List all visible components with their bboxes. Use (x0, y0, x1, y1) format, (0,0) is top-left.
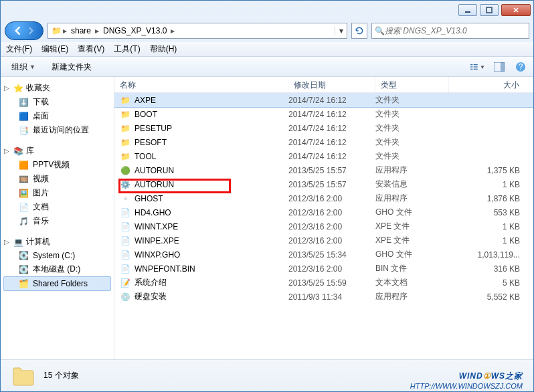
favorites-header[interactable]: ▷⭐收藏夹 (3, 81, 111, 95)
file-type: 安装信息 (375, 179, 449, 190)
file-icon: 📄 (120, 235, 130, 246)
menu-view[interactable]: 查看(V) (78, 43, 104, 55)
new-folder-button[interactable]: 新建文件夹 (46, 60, 97, 75)
file-date: 2014/7/24 16:12 (288, 138, 375, 147)
close-button[interactable] (501, 4, 531, 16)
preview-pane-button[interactable] (492, 60, 507, 74)
file-date: 2014/7/24 16:12 (288, 152, 375, 161)
file-name: HD4.GHO (135, 208, 171, 217)
file-row[interactable]: 📄WINPE.XPE2012/3/16 2:00XPE 文件1 KB (114, 233, 533, 248)
file-type: XPE 文件 (375, 221, 449, 232)
sidebar-item[interactable]: 🟧PPTV视频 (3, 158, 111, 172)
file-size: 1,876 KB (449, 194, 533, 203)
file-row[interactable]: 📁PESETUP2014/7/24 16:12文件夹 (114, 121, 533, 135)
file-row[interactable]: 📄WINXP.GHO2013/5/25 15:34GHO 文件1,013,119… (114, 248, 533, 262)
sidebar-item[interactable]: ⬇️下载 (3, 95, 111, 109)
back-arrow-icon (14, 26, 23, 35)
sidebar-item[interactable]: 📄文档 (3, 200, 111, 214)
file-name: GHOST (135, 194, 163, 203)
file-type: 文件夹 (375, 136, 449, 148)
sidebar-item-label: Shared Folders (33, 279, 88, 288)
maximize-button[interactable] (480, 4, 499, 16)
help-button[interactable]: ? (513, 60, 528, 74)
nav-back-forward[interactable] (5, 21, 43, 40)
menu-file[interactable]: 文件(F) (6, 43, 32, 55)
search-box[interactable]: 🔍 (371, 23, 529, 39)
file-type: XPE 文件 (375, 235, 449, 246)
nav-pane: ▷⭐收藏夹 ⬇️下载🟦桌面📑最近访问的位置 ▷📚库 🟧PPTV视频🎞️视频🖼️图… (1, 77, 114, 359)
file-icon: 📄 (120, 221, 130, 232)
folder-icon: 📁 (120, 95, 130, 106)
file-size: 1 KB (449, 222, 533, 231)
folder-icon: 📁 (51, 25, 62, 36)
nav-row: 📁 ▸ share ▸ DNGS_XP_V13.0 ▸ ▾ 🔍 (1, 19, 533, 42)
col-name[interactable]: 名称 (114, 77, 288, 92)
netfolder-icon: 🗂️ (18, 278, 29, 289)
app-green-icon: 🟢 (120, 165, 130, 176)
file-row[interactable]: 📄HD4.GHO2012/3/16 2:00GHO 文件553 KB (114, 205, 533, 219)
sidebar-item[interactable]: 💽System (C:) (3, 249, 111, 262)
file-row[interactable]: 📄WINNT.XPE2012/3/16 2:00XPE 文件1 KB (114, 219, 533, 233)
breadcrumb-item[interactable]: DNGS_XP_V13.0 (100, 26, 169, 35)
sidebar-item-label: System (C:) (33, 251, 75, 260)
col-size[interactable]: 大小 (449, 77, 533, 92)
file-row[interactable]: 📁AXPE2014/7/24 16:12文件夹 (114, 93, 533, 107)
menu-tools[interactable]: 工具(T) (114, 43, 140, 55)
address-bar[interactable]: 📁 ▸ share ▸ DNGS_XP_V13.0 ▸ ▾ (48, 23, 347, 39)
col-type[interactable]: 类型 (375, 77, 449, 92)
sidebar-item-label: 音乐 (33, 215, 49, 227)
file-icon: 📄 (120, 207, 130, 218)
breadcrumb-item[interactable]: share (68, 26, 94, 35)
main-area: ▷⭐收藏夹 ⬇️下载🟦桌面📑最近访问的位置 ▷📚库 🟧PPTV视频🎞️视频🖼️图… (1, 77, 533, 359)
address-dropdown[interactable]: ▾ (335, 26, 347, 35)
refresh-button[interactable] (351, 23, 367, 39)
sidebar-item[interactable]: 🗂️Shared Folders (3, 276, 111, 291)
breadcrumb-sep[interactable]: ▸ (169, 26, 176, 35)
file-row[interactable]: 📁TOOL2014/7/24 16:12文件夹 (114, 149, 533, 163)
menu-edit[interactable]: 编辑(E) (41, 43, 68, 55)
sidebar-item[interactable]: 💽本地磁盘 (D:) (3, 262, 111, 276)
sidebar-item[interactable]: 🟦桌面 (3, 109, 111, 123)
preview-pane-icon (494, 62, 505, 72)
file-row[interactable]: 💿硬盘安装2011/9/3 11:34应用程序5,552 KB (114, 290, 533, 304)
breadcrumb-sep[interactable]: ▸ (94, 26, 100, 35)
svg-rect-1 (486, 7, 492, 13)
svg-rect-3 (470, 66, 472, 67)
sidebar-item[interactable]: 🎵音乐 (3, 214, 111, 228)
drive-icon: 💽 (18, 250, 29, 261)
refresh-icon (355, 26, 364, 35)
music-icon: 🎵 (18, 216, 29, 227)
view-button[interactable]: ▼ (470, 60, 485, 74)
organize-button[interactable]: 组织▼ (6, 60, 41, 75)
status-count: 15 个对象 (43, 370, 79, 381)
libraries-header[interactable]: ▷📚库 (3, 144, 111, 158)
sidebar-item[interactable]: 📑最近访问的位置 (3, 123, 111, 137)
file-type: BIN 文件 (375, 263, 449, 274)
svg-rect-5 (474, 64, 478, 65)
file-name: 系统介绍 (135, 277, 167, 288)
file-row[interactable]: ▫️GHOST2012/3/16 2:00应用程序1,876 KB (114, 191, 533, 205)
file-row[interactable]: 📝系统介绍2013/5/25 15:59文本文档5 KB (114, 276, 533, 290)
file-date: 2012/3/16 2:00 (288, 236, 375, 246)
sidebar-item[interactable]: 🖼️图片 (3, 186, 111, 200)
file-row[interactable]: 📄WNPEFONT.BIN2012/3/16 2:00BIN 文件316 KB (114, 262, 533, 276)
file-size: 5 KB (449, 278, 533, 288)
col-date[interactable]: 修改日期 (288, 77, 375, 92)
file-row[interactable]: 📁PESOFT2014/7/24 16:12文件夹 (114, 135, 533, 149)
file-name: AUTORUN (135, 166, 174, 175)
sidebar-item-label: PPTV视频 (33, 159, 70, 171)
sidebar-item[interactable]: 🎞️视频 (3, 172, 111, 186)
search-input[interactable] (385, 26, 526, 35)
sidebar-item-label: 桌面 (33, 110, 49, 122)
file-date: 2013/5/25 15:59 (288, 278, 375, 288)
folder-icon (11, 364, 35, 388)
menu-help[interactable]: 帮助(H) (150, 43, 177, 55)
minimize-button[interactable] (458, 4, 477, 16)
computer-header[interactable]: ▷💻计算机 (3, 235, 111, 249)
help-icon: ? (515, 62, 526, 72)
recent-icon: 📑 (18, 125, 29, 136)
file-row[interactable]: ⚙️AUTORUN2013/5/25 15:57安装信息1 KB (114, 177, 533, 191)
breadcrumb-sep[interactable]: ▸ (62, 26, 68, 35)
file-row[interactable]: 📁BOOT2014/7/24 16:12文件夹 (114, 107, 533, 121)
file-row[interactable]: 🟢AUTORUN2013/5/25 15:57应用程序1,375 KB (114, 163, 533, 177)
